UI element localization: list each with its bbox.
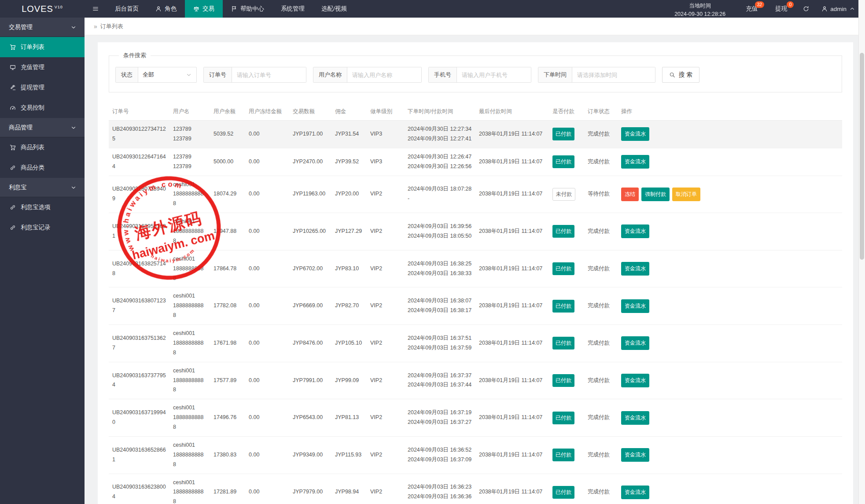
username-input[interactable] bbox=[347, 67, 421, 82]
status-select-value: 全部 bbox=[143, 71, 154, 79]
paid-badge: 已付款 bbox=[552, 449, 574, 461]
cell-actions: 资金流水 bbox=[618, 474, 842, 504]
page-scrollbar[interactable] bbox=[858, 0, 865, 504]
admin-menu[interactable]: admin bbox=[816, 0, 865, 18]
paid-badge: 已付款 bbox=[552, 374, 574, 387]
phone-input[interactable] bbox=[457, 67, 531, 82]
paid-badge: 已付款 bbox=[552, 337, 574, 349]
local-time-label: 当地时间 bbox=[674, 2, 725, 10]
cell-commission: JYP99.09 bbox=[331, 362, 367, 399]
sidebar-item-订单列表[interactable]: 订单列表 bbox=[0, 37, 85, 57]
hamburger-icon[interactable] bbox=[85, 0, 107, 18]
action-button-资金流水[interactable]: 资金流水 bbox=[621, 374, 649, 387]
breadcrumb-title: 订单列表 bbox=[100, 22, 123, 30]
column-header: 用户余额 bbox=[210, 103, 245, 121]
sidebar-group-label: 交易管理 bbox=[9, 23, 33, 31]
orders-card: 条件搜索 状态 全部 订单号 用户名称 bbox=[98, 42, 853, 504]
sidebar-item-label: 提现管理 bbox=[21, 84, 44, 92]
sidebar-item-label: 商品分类 bbox=[21, 164, 44, 172]
cell-status: 完成付款 bbox=[584, 148, 618, 176]
recharge-badge: 32 bbox=[755, 1, 765, 8]
action-button-资金流水[interactable]: 资金流水 bbox=[621, 262, 649, 276]
order-no-group: 订单号 bbox=[203, 67, 306, 83]
recharge-link[interactable]: 充值 32 bbox=[737, 0, 766, 18]
action-button-资金流水[interactable]: 资金流水 bbox=[621, 224, 649, 238]
search-button[interactable]: 搜 索 bbox=[662, 67, 699, 83]
cell-actions: 资金流水 bbox=[618, 436, 842, 474]
action-button-资金流水[interactable]: 资金流水 bbox=[621, 155, 649, 169]
action-button-资金流水[interactable]: 资金流水 bbox=[621, 448, 649, 462]
orders-table: 订单号用户名用户余额用户冻结金额交易数额佣金做单级别下单时间/付款时间最后付款时… bbox=[109, 103, 842, 504]
action-button-资金流水[interactable]: 资金流水 bbox=[621, 336, 649, 350]
sidebar-item-交易控制[interactable]: 交易控制 bbox=[0, 98, 85, 118]
nav-item-label: 帮助中心 bbox=[240, 5, 264, 13]
cell-order-no: UB2409031637199940 bbox=[109, 399, 169, 437]
cell-commission: JYP105.10 bbox=[331, 325, 367, 362]
sidebar-group-商品管理[interactable]: 商品管理 bbox=[0, 118, 85, 137]
nav-item-角色[interactable]: 角色 bbox=[147, 0, 185, 18]
sidebar-item-提现管理[interactable]: 提现管理 bbox=[0, 77, 85, 98]
order-time-input[interactable] bbox=[572, 67, 655, 82]
nav-item-选配/视频[interactable]: 选配/视频 bbox=[313, 0, 355, 18]
action-button-资金流水[interactable]: 资金流水 bbox=[621, 411, 649, 425]
cell-commission: JYP39.52 bbox=[331, 148, 367, 176]
cell-balance: 17671.98 bbox=[210, 325, 245, 362]
status-select[interactable]: 全部 bbox=[138, 67, 196, 82]
table-body: UB24093012273471251237891237895039.520.0… bbox=[109, 121, 842, 504]
cell-commission: JYP81.13 bbox=[331, 399, 367, 437]
cell-amount: JYP8476.00 bbox=[289, 325, 331, 362]
local-time-value: 2024-09-30 12:28:26 bbox=[674, 10, 725, 18]
nav-item-label: 交易 bbox=[202, 5, 214, 13]
cell-actions: 资金流水 bbox=[618, 121, 842, 148]
cell-actions: 资金流水 bbox=[618, 148, 842, 176]
order-no-label: 订单号 bbox=[204, 67, 232, 82]
paid-badge: 已付款 bbox=[552, 128, 574, 140]
sidebar-item-商品分类[interactable]: 商品分类 bbox=[0, 158, 85, 178]
withdraw-link[interactable]: 提现 0 bbox=[766, 0, 796, 18]
sidebar-item-充值管理[interactable]: 充值管理 bbox=[0, 57, 85, 77]
cell-amount: JYP2470.00 bbox=[289, 148, 331, 176]
sidebar-item-商品列表[interactable]: 商品列表 bbox=[0, 137, 85, 158]
cell-frozen: 0.00 bbox=[245, 325, 289, 362]
sidebar-item-利息宝选项[interactable]: 利息宝选项 bbox=[0, 197, 85, 217]
action-button-强制付款[interactable]: 强制付款 bbox=[641, 188, 670, 201]
nav-item-交易[interactable]: 交易 bbox=[185, 0, 223, 18]
user-icon bbox=[821, 6, 828, 12]
action-button-取消订单[interactable]: 取消订单 bbox=[672, 188, 700, 201]
username-group: 用户名称 bbox=[313, 67, 422, 83]
sidebar-item-label: 商品列表 bbox=[21, 143, 44, 151]
cell-status: 完成付款 bbox=[584, 436, 618, 474]
nav-item-系统管理[interactable]: 系统管理 bbox=[272, 0, 313, 18]
sidebar-group-交易管理[interactable]: 交易管理 bbox=[0, 18, 85, 37]
action-button-资金流水[interactable]: 资金流水 bbox=[621, 486, 649, 499]
cell-amount: JYP7979.00 bbox=[289, 474, 331, 504]
cell-level: VIP2 bbox=[367, 250, 404, 287]
hamburger-icon-glyph bbox=[92, 6, 99, 12]
sidebar-item-利息宝记录[interactable]: 利息宝记录 bbox=[0, 217, 85, 238]
action-button-冻结[interactable]: 冻结 bbox=[621, 188, 639, 201]
nav-item-后台首页[interactable]: 后台首页 bbox=[107, 0, 147, 18]
monitor-icon bbox=[10, 64, 16, 70]
logo-version: V10 bbox=[55, 5, 63, 9]
cell-level: VIP2 bbox=[367, 399, 404, 437]
cell-commission: JYP115.93 bbox=[331, 436, 367, 474]
nav-item-帮助中心[interactable]: 帮助中心 bbox=[223, 0, 272, 18]
order-no-input[interactable] bbox=[232, 67, 306, 82]
cell-order-no: UB2409031637513627 bbox=[109, 325, 169, 362]
cell-level: VIP2 bbox=[367, 362, 404, 399]
refresh-button[interactable] bbox=[796, 0, 816, 18]
withdraw-label: 提现 bbox=[775, 5, 787, 13]
action-button-资金流水[interactable]: 资金流水 bbox=[621, 299, 649, 313]
table-row: UB2409031636238004ceshi00118888888888172… bbox=[109, 474, 842, 504]
paid-badge: 已付款 bbox=[552, 155, 574, 168]
scrollbar-thumb[interactable] bbox=[860, 53, 864, 260]
cell-paid: 已付款 bbox=[549, 121, 584, 148]
action-button-资金流水[interactable]: 资金流水 bbox=[621, 127, 649, 141]
sidebar-group-利息宝[interactable]: 利息宝 bbox=[0, 178, 85, 197]
refresh-icon bbox=[803, 6, 809, 12]
order-time-label: 下单时间 bbox=[538, 67, 572, 82]
link-icon bbox=[10, 165, 16, 171]
cell-order-no: UB2409301227347125 bbox=[109, 121, 169, 148]
chevron-down-icon bbox=[186, 72, 192, 78]
cell-balance: 17281.89 bbox=[210, 474, 245, 504]
